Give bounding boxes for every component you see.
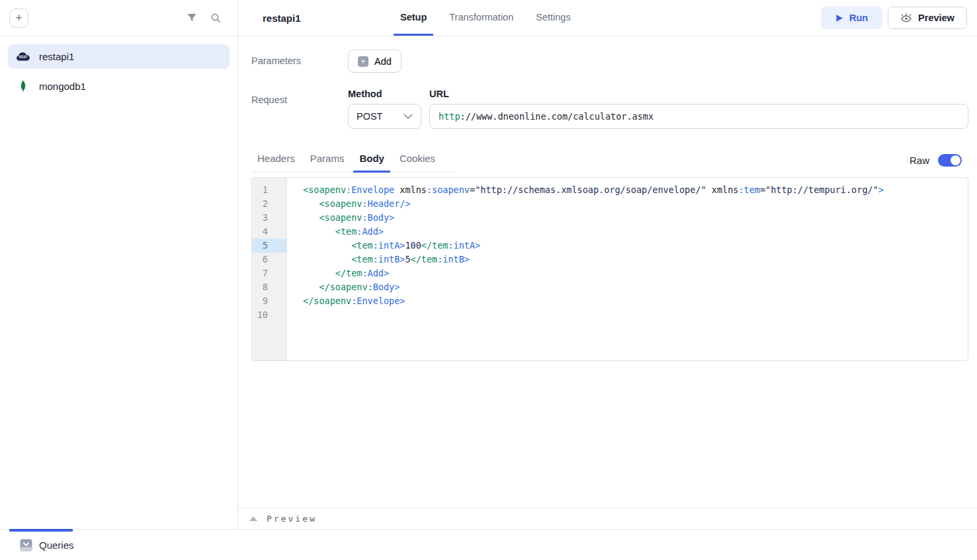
main-row: + REST res xyxy=(0,0,977,529)
line-number: 8 xyxy=(252,280,286,294)
editor-line: <tem:intA>100</tem:intA> xyxy=(303,239,968,253)
line-number: 10 xyxy=(252,308,286,322)
raw-toggle-group: Raw xyxy=(910,154,968,167)
parameters-row: Parameters + Add xyxy=(251,50,968,73)
line-number: 2 xyxy=(252,197,286,211)
tab-transformation[interactable]: Transformation xyxy=(443,0,520,36)
mongodb-leaf-icon xyxy=(16,80,30,93)
method-value: POST xyxy=(357,111,404,122)
body-tabs: Headers Params Body Cookies xyxy=(251,147,456,173)
sidebar-item-label: mongodb1 xyxy=(39,81,86,92)
url-field: URL http://www.dneonline.com/calculator.… xyxy=(429,89,968,129)
line-number: 5 xyxy=(252,239,286,253)
url-label: URL xyxy=(429,89,968,99)
request-fields: Method POST URL http://www.dne xyxy=(348,89,968,129)
run-button[interactable]: Run xyxy=(821,7,882,29)
entity-list: REST restapi1 mongodb1 xyxy=(0,36,237,112)
queries-icon xyxy=(20,539,32,551)
body-editor[interactable]: 12345678910 <soapenv:Envelope xmlns:soap… xyxy=(251,177,968,361)
header-actions: Run Preview xyxy=(821,0,977,36)
editor-line xyxy=(303,308,968,322)
add-parameter-button[interactable]: + Add xyxy=(348,50,402,73)
editor-line: <soapenv:Envelope xmlns:soapenv="http://… xyxy=(303,183,968,197)
active-tab-indicator xyxy=(9,529,73,532)
method-select[interactable]: POST xyxy=(348,104,421,129)
line-number: 6 xyxy=(252,253,286,266)
preview-button[interactable]: Preview xyxy=(888,7,967,29)
tab-headers[interactable]: Headers xyxy=(251,147,301,173)
tab-params[interactable]: Params xyxy=(304,147,351,173)
tab-settings[interactable]: Settings xyxy=(529,0,577,36)
editor-code[interactable]: <soapenv:Envelope xmlns:soapenv="http://… xyxy=(287,178,968,360)
main-header: restapi1 Setup Transformation Settings R… xyxy=(238,0,977,36)
request-row: Request Method POST URL xyxy=(251,89,968,129)
queries-tab[interactable]: Queries xyxy=(20,539,74,551)
sidebar-item-mongodb1[interactable]: mongodb1 xyxy=(8,74,230,99)
page-title: restapi1 xyxy=(238,13,301,24)
rest-api-cloud-icon: REST xyxy=(16,52,30,61)
tab-setup[interactable]: Setup xyxy=(394,0,433,36)
editor-line: </tem:Add> xyxy=(303,266,968,280)
editor-line: <soapenv:Body> xyxy=(303,211,968,225)
editor-gutter: 12345678910 xyxy=(252,178,287,360)
editor-line: </soapenv:Body> xyxy=(303,280,968,294)
url-scheme-text: http xyxy=(439,111,460,122)
header-tabs: Setup Transformation Settings xyxy=(389,0,582,36)
editor-line: <tem:intB>5</tem:intB> xyxy=(303,253,968,266)
body-tabs-row: Headers Params Body Cookies Raw xyxy=(251,147,968,173)
editor-line: <tem:Add> xyxy=(303,225,968,239)
editor-line: <soapenv:Header/> xyxy=(303,197,968,211)
request-label: Request xyxy=(251,89,348,129)
eye-icon xyxy=(900,13,912,23)
setup-content: Parameters + Add Request Method POST xyxy=(238,36,977,508)
line-number: 7 xyxy=(252,266,286,280)
sidebar-header: + xyxy=(0,0,237,36)
queries-tab-label: Queries xyxy=(39,540,74,551)
play-icon xyxy=(835,14,843,22)
tab-cookies[interactable]: Cookies xyxy=(394,147,441,173)
response-preview-toggle[interactable]: Preview xyxy=(238,508,977,529)
preview-toggle-label: Preview xyxy=(267,514,317,524)
collapse-up-icon xyxy=(249,516,257,521)
line-number: 4 xyxy=(252,225,286,239)
parameters-label: Parameters xyxy=(251,50,348,73)
method-field: Method POST xyxy=(348,89,421,129)
tab-body[interactable]: Body xyxy=(353,147,390,173)
app-window: + REST res xyxy=(0,0,977,560)
search-icon[interactable] xyxy=(210,13,222,24)
line-number: 9 xyxy=(252,294,286,308)
raw-label: Raw xyxy=(910,155,929,166)
main-panel: restapi1 Setup Transformation Settings R… xyxy=(238,0,977,529)
add-button-label: Add xyxy=(374,56,392,67)
filter-icon[interactable] xyxy=(187,13,197,23)
preview-button-label: Preview xyxy=(918,13,955,23)
svg-text:REST: REST xyxy=(19,56,27,59)
line-number: 3 xyxy=(252,211,286,225)
entity-sidebar: + REST res xyxy=(0,0,238,529)
add-entity-button[interactable]: + xyxy=(9,9,28,28)
editor-line: </soapenv:Envelope> xyxy=(303,294,968,308)
url-input[interactable]: http://www.dneonline.com/calculator.asmx xyxy=(429,104,968,129)
sidebar-item-label: restapi1 xyxy=(39,51,74,62)
toggle-knob xyxy=(951,155,960,165)
plus-icon: + xyxy=(358,56,368,67)
method-label: Method xyxy=(348,89,421,99)
bottom-bar: Queries xyxy=(0,529,977,560)
chevron-down-icon xyxy=(404,114,413,120)
line-number: 1 xyxy=(252,183,286,197)
sidebar-item-restapi1[interactable]: REST restapi1 xyxy=(8,44,230,69)
url-rest-text: ://www.dneonline.com/calculator.asmx xyxy=(460,111,654,122)
run-button-label: Run xyxy=(849,13,868,23)
raw-toggle[interactable] xyxy=(938,154,962,167)
